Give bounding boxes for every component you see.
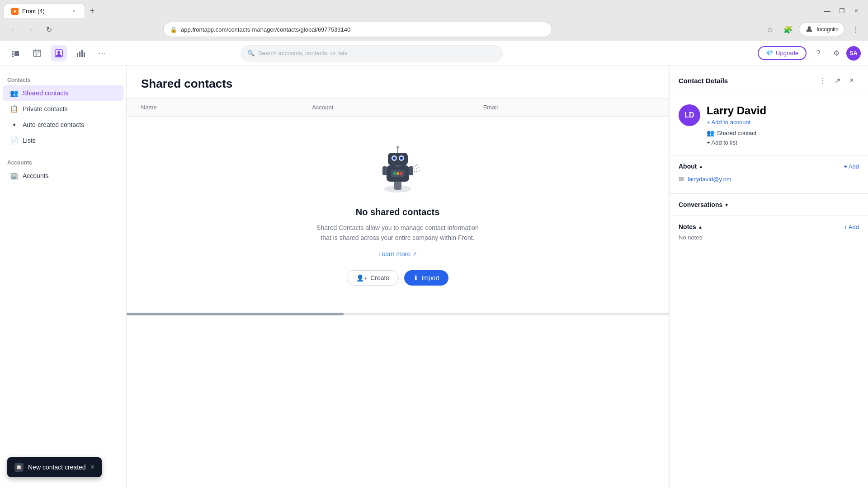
menu-button[interactable]: ⋮ (848, 22, 863, 37)
upgrade-button[interactable]: 💎 Upgrade (758, 46, 807, 60)
svg-rect-14 (79, 52, 80, 57)
contacts-section-label: Contacts (0, 73, 126, 85)
scroll-thumb (127, 313, 344, 315)
col-name: Name (141, 104, 312, 111)
conversations-section-title: Conversations ▼ (679, 201, 859, 208)
new-tab-button[interactable]: + (86, 5, 99, 17)
active-tab[interactable]: F Front (4) × (4, 4, 85, 18)
back-button[interactable]: ‹ (5, 22, 20, 37)
svg-rect-21 (388, 153, 408, 165)
add-to-list-link[interactable]: + Add to list (707, 139, 737, 146)
svg-point-27 (401, 158, 402, 159)
close-details-button[interactable]: × (844, 73, 859, 88)
home-icon (11, 49, 20, 58)
sidebar-label-auto-created: Auto-created contacts (23, 121, 84, 128)
address-bar[interactable]: 🔒 app.frontapp.com/contacts-manager/cont… (163, 22, 552, 37)
table-header: Name Account Email (127, 99, 669, 117)
minimize-button[interactable]: — (821, 5, 834, 17)
empty-state: No shared contacts Shared Contacts allow… (297, 117, 498, 313)
upgrade-icon: 💎 (766, 50, 773, 56)
sidebar-item-private-contacts[interactable]: 📋 Private contacts (3, 101, 123, 117)
contacts-icon (54, 49, 63, 58)
close-window-button[interactable]: × (850, 5, 863, 17)
search-bar[interactable]: 🔍 Search accounts, contacts, or lists (241, 45, 503, 61)
sidebar-label-accounts: Accounts (23, 172, 49, 179)
maximize-button[interactable]: ❐ (835, 5, 848, 17)
accounts-section-label: Accounts (0, 156, 126, 168)
bookmark-button[interactable]: ☆ (763, 22, 777, 37)
search-icon: 🔍 (247, 50, 255, 56)
extension-button[interactable]: 🧩 (781, 22, 795, 37)
svg-rect-34 (382, 166, 387, 175)
settings-icon-button[interactable]: ⚙ (828, 45, 844, 61)
no-notes-text: No notes (679, 234, 859, 241)
create-icon: 👤+ (356, 274, 368, 282)
sidebar-item-shared-contacts[interactable]: 👥 Shared contacts (3, 85, 123, 101)
url-text: app.frontapp.com/contacts-manager/contac… (181, 26, 350, 33)
notes-section: Notes ▲ + Add No notes (670, 216, 868, 248)
notes-chevron-icon: ▲ (698, 225, 703, 230)
sidebar-item-accounts[interactable]: 🏢 Accounts (3, 168, 123, 183)
create-contact-button[interactable]: 👤+ Create (347, 270, 399, 286)
more-icon-button[interactable]: ⋯ (94, 45, 110, 61)
notes-add-button[interactable]: + Add (844, 224, 859, 230)
col-account: Account (312, 104, 483, 111)
forward-button[interactable]: › (24, 22, 38, 37)
sidebar-divider (7, 152, 119, 152)
incognito-menu[interactable]: Incognito (799, 23, 844, 36)
toast-close-button[interactable]: × (90, 464, 94, 471)
sidebar-item-lists[interactable]: 📄 Lists (3, 133, 123, 148)
contact-name: Larry David (707, 104, 859, 117)
reload-button[interactable]: ↻ (42, 22, 56, 37)
import-contacts-button[interactable]: ⬇ Import (404, 270, 448, 286)
conversations-section: Conversations ▼ (670, 194, 868, 216)
user-avatar[interactable]: SA (846, 46, 861, 61)
add-to-account-link[interactable]: + Add to account (707, 119, 859, 126)
contact-details-panel: Contact Details ⋮ ↗ × LD Larry David + A… (669, 66, 868, 488)
contact-type-tag: 👥 Shared contact (707, 129, 859, 136)
home-icon-button[interactable] (7, 45, 24, 61)
toast-notification: 🔲 New contact created × (7, 457, 102, 477)
email-icon: ✉ (679, 175, 684, 183)
scroll-indicator (127, 313, 669, 315)
lock-icon: 🔒 (170, 26, 177, 33)
sidebar-item-auto-created[interactable]: ✦ Auto-created contacts (3, 117, 123, 132)
svg-point-12 (57, 51, 60, 54)
shared-contacts-icon: 👥 (10, 89, 18, 97)
svg-point-31 (393, 172, 396, 175)
contact-details-title: Contact Details (679, 77, 816, 84)
private-contacts-icon: 📋 (10, 105, 18, 113)
search-placeholder: Search accounts, contacts, or lists (258, 50, 347, 56)
email-row: ✉ larrydavid@y.om (679, 175, 859, 183)
sidebar-label-private-contacts: Private contacts (23, 105, 68, 113)
svg-rect-2 (12, 53, 14, 55)
learn-more-link[interactable]: Learn more ↗ (378, 250, 417, 258)
empty-state-illustration (366, 144, 429, 198)
more-options-button[interactable]: ⋮ (816, 73, 830, 88)
contact-details-header: Contact Details ⋮ ↗ × (670, 66, 868, 95)
svg-point-0 (808, 26, 811, 29)
conversations-chevron-icon: ▼ (724, 202, 729, 207)
analytics-icon-button[interactable] (72, 45, 89, 61)
help-icon-button[interactable]: ? (810, 45, 826, 61)
lists-icon: 📄 (10, 136, 18, 145)
svg-point-33 (400, 172, 402, 175)
sidebar-label-lists: Lists (23, 137, 36, 144)
tab-close-button[interactable]: × (70, 8, 77, 15)
empty-state-description: Shared Contacts allow you to manage cont… (312, 223, 484, 243)
about-chevron-icon: ▲ (698, 164, 703, 169)
contact-email[interactable]: larrydavid@y.om (688, 176, 731, 183)
col-email: Email (483, 104, 654, 111)
tab-favicon: F (11, 8, 19, 15)
shared-contact-icon: 👥 (707, 129, 714, 136)
about-add-button[interactable]: + Add (844, 163, 859, 170)
open-in-new-button[interactable]: ↗ (830, 73, 844, 88)
about-section: About ▲ + Add ✉ larrydavid@y.om (670, 155, 868, 194)
svg-rect-16 (84, 52, 85, 57)
import-icon: ⬇ (413, 274, 419, 282)
app-header: 9 1 ⋯ 🔍 Search accounts, contacts, (0, 41, 868, 66)
upgrade-label: Upgrade (776, 50, 798, 56)
calendar-icon-button[interactable]: 9 1 (29, 45, 45, 61)
toast-message: New contact created (28, 464, 86, 471)
contacts-icon-button[interactable] (51, 45, 67, 61)
